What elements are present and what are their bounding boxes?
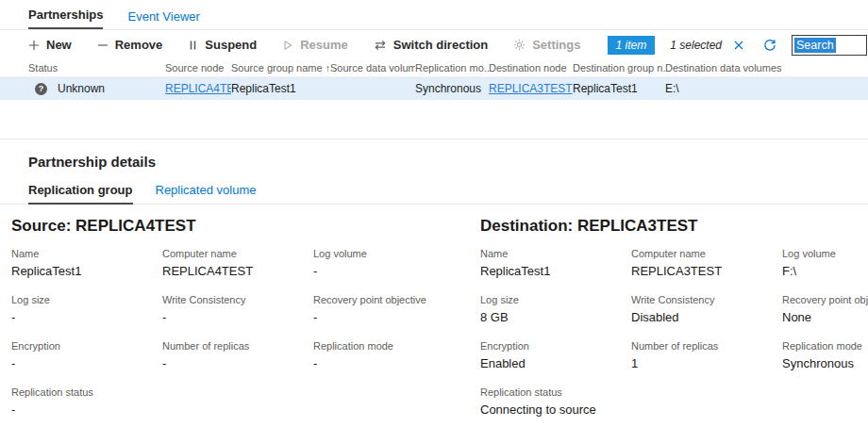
- field-source-computer-name: Computer name REPLICA4TEST: [162, 248, 313, 278]
- destination-node-link[interactable]: REPLICA3TEST: [489, 82, 573, 95]
- tab-replication-group[interactable]: Replication group: [28, 183, 133, 205]
- destination-group-name-cell: ReplicaTest1: [573, 82, 665, 95]
- field-source-replication-mode: Replication mode -: [313, 340, 480, 370]
- column-header-replication-mode[interactable]: Replication mo...: [415, 62, 489, 74]
- suspend-button[interactable]: Suspend: [188, 38, 257, 52]
- source-section-title: Source: REPLICA4TEST: [11, 217, 480, 236]
- field-source-encryption: Encryption -: [11, 340, 162, 370]
- field-source-recovery-point-objective: Recovery point objective -: [313, 294, 480, 324]
- field-source-log-size: Log size -: [11, 294, 162, 324]
- details-tab-bar: Replication group Replicated volume: [0, 170, 868, 205]
- resume-button: Resume: [282, 38, 348, 52]
- field-source-number-of-replicas: Number of replicas -: [162, 340, 313, 370]
- column-header-destination-node[interactable]: Destination node: [489, 62, 573, 74]
- clear-selection-button[interactable]: [731, 38, 746, 53]
- table-row[interactable]: ? Unknown REPLICA4TEST ReplicaTest1 Sync…: [0, 77, 868, 100]
- field-destination-log-size: Log size 8 GB: [480, 294, 631, 324]
- table-header-row: Status Source node Source group name↑ So…: [0, 59, 868, 77]
- field-source-name: Name ReplicaTest1: [11, 248, 162, 278]
- item-count-badge: 1 item: [608, 36, 656, 55]
- column-header-source-node[interactable]: Source node: [165, 62, 231, 74]
- new-button[interactable]: New: [28, 38, 72, 52]
- field-source-replication-status: Replication status -: [11, 386, 162, 417]
- field-destination-replication-mode: Replication mode Synchronous: [782, 340, 868, 370]
- column-header-status[interactable]: Status: [28, 62, 165, 74]
- refresh-icon: [763, 39, 776, 52]
- search-input-value: Search: [794, 38, 836, 53]
- partnerships-table: Status Source node Source group name↑ So…: [0, 59, 868, 100]
- switch-direction-button-label: Switch direction: [393, 38, 488, 52]
- tab-event-viewer[interactable]: Event Viewer: [127, 9, 199, 29]
- tab-partnerships[interactable]: Partnerships: [28, 8, 103, 29]
- toolbar-right-group: 1 item 1 selected Search: [608, 35, 868, 56]
- field-source-write-consistency: Write Consistency -: [162, 294, 313, 324]
- source-node-link[interactable]: REPLICA4TEST: [165, 82, 231, 95]
- resume-button-label: Resume: [300, 38, 348, 52]
- switch-arrows-icon: [374, 40, 387, 51]
- settings-button: Settings: [513, 38, 580, 52]
- new-button-label: New: [46, 38, 72, 52]
- field-destination-computer-name: Computer name REPLICA3TEST: [631, 248, 782, 278]
- destination-section-title: Destination: REPLICA3TEST: [480, 217, 868, 236]
- field-destination-number-of-replicas: Number of replicas 1: [631, 340, 782, 370]
- source-group-name-cell: ReplicaTest1: [231, 82, 330, 95]
- field-source-log-volume: Log volume -: [313, 248, 480, 278]
- toolbar: New Remove Suspend Resume Switch directi…: [0, 30, 868, 59]
- switch-direction-button[interactable]: Switch direction: [374, 38, 488, 52]
- field-destination-name: Name ReplicaTest1: [480, 248, 631, 278]
- field-destination-replication-status: Replication status Connecting to source: [480, 386, 631, 417]
- status-cell: ? Unknown: [28, 82, 165, 95]
- settings-button-label: Settings: [532, 38, 580, 52]
- remove-button[interactable]: Remove: [97, 38, 163, 52]
- details-body: Source: REPLICA4TEST Name ReplicaTest1 C…: [0, 205, 868, 433]
- search-input[interactable]: Search: [792, 35, 867, 56]
- column-header-destination-group-name[interactable]: Destination group n...: [573, 62, 665, 74]
- play-icon: [282, 40, 293, 51]
- column-header-source-data-volumes[interactable]: Source data volum...: [330, 62, 415, 74]
- minus-icon: [97, 40, 108, 51]
- gear-icon: [513, 39, 526, 51]
- top-tab-bar: Partnerships Event Viewer: [0, 0, 868, 30]
- pause-icon: [188, 40, 198, 51]
- field-destination-log-volume: Log volume F:\: [782, 248, 868, 278]
- column-header-source-group-name-label: Source group name: [231, 62, 323, 74]
- refresh-button[interactable]: [761, 37, 778, 54]
- status-label: Unknown: [58, 82, 105, 95]
- column-header-source-group-name[interactable]: Source group name↑: [231, 62, 330, 74]
- field-destination-encryption: Encryption Enabled: [480, 340, 631, 370]
- field-destination-recovery-point-objective: Recovery point objective None: [782, 294, 868, 324]
- unknown-status-icon: ?: [35, 83, 47, 95]
- tab-replicated-volume[interactable]: Replicated volume: [156, 183, 257, 204]
- selected-count-label: 1 selected: [670, 39, 722, 52]
- source-section: Source: REPLICA4TEST Name ReplicaTest1 C…: [11, 217, 480, 433]
- close-icon: [733, 40, 744, 51]
- replication-mode-cell: Synchronous: [415, 82, 489, 95]
- destination-section: Destination: REPLICA3TEST Name ReplicaTe…: [480, 217, 868, 433]
- plus-icon: [28, 40, 40, 51]
- destination-data-volumes-cell: E:\: [665, 82, 868, 95]
- suspend-button-label: Suspend: [205, 38, 257, 52]
- remove-button-label: Remove: [115, 38, 163, 52]
- column-header-destination-data-volumes[interactable]: Destination data volumes: [665, 62, 868, 74]
- field-destination-write-consistency: Write Consistency Disabled: [631, 294, 782, 324]
- details-title: Partnership details: [0, 139, 868, 170]
